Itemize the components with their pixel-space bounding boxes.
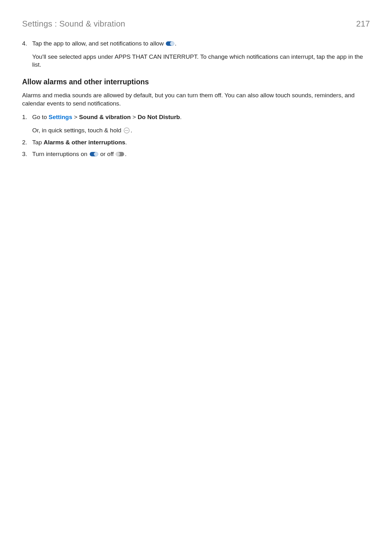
step-1: 1. Go to Settings > Sound & vibration > … [22, 113, 370, 134]
steps-continued: 4. Tap the app to allow, and set notific… [22, 39, 370, 69]
steps-allow: 1. Go to Settings > Sound & vibration > … [22, 113, 370, 158]
step-subtext: You'll see selected apps under APPS THAT… [32, 53, 370, 69]
page-content: 4. Tap the app to allow, and set notific… [22, 39, 370, 158]
section-lead: Alarms and media sounds are allowed by d… [22, 91, 370, 107]
step-number: 2. [22, 138, 32, 147]
path-sound-vibration: Sound & vibration [79, 114, 131, 120]
step-subtext-end: . [130, 127, 132, 134]
step-number: 1. [22, 113, 32, 121]
breadcrumb-title: Settings : Sound & vibration [22, 19, 125, 29]
settings-link[interactable]: Settings [49, 114, 72, 120]
step-text: Turn interruptions on [32, 151, 89, 157]
section-heading: Allow alarms and other interruptions [22, 77, 370, 87]
dot: . [125, 151, 126, 157]
step-number: 3. [22, 150, 32, 158]
do-not-disturb-icon [124, 127, 130, 134]
step-text-end: . [175, 40, 176, 47]
alarms-interruptions-label: Alarms & other interruptions [44, 139, 125, 146]
step-subtext: Or, in quick settings, touch & hold [32, 127, 123, 134]
dot: . [125, 139, 127, 146]
sep: > [131, 114, 138, 120]
step-number: 4. [22, 39, 32, 48]
step-text: Tap the app to allow, and set notificati… [32, 40, 165, 47]
page-header: Settings : Sound & vibration 217 [22, 19, 370, 29]
step-4: 4. Tap the app to allow, and set notific… [22, 39, 370, 69]
dot: . [180, 114, 182, 120]
step-2: 2. Tap Alarms & other interruptions. [22, 138, 370, 147]
step-text: Tap [32, 139, 44, 146]
toggle-on-icon [166, 41, 174, 46]
step-text-mid: or off [99, 151, 116, 157]
page-number: 217 [356, 19, 370, 29]
sep: > [72, 114, 79, 120]
toggle-on-icon [90, 152, 98, 156]
step-text: Go to [32, 114, 49, 120]
path-do-not-disturb: Do Not Disturb [138, 114, 180, 120]
toggle-off-icon [116, 152, 124, 156]
step-3: 3. Turn interruptions on or off . [22, 150, 370, 158]
